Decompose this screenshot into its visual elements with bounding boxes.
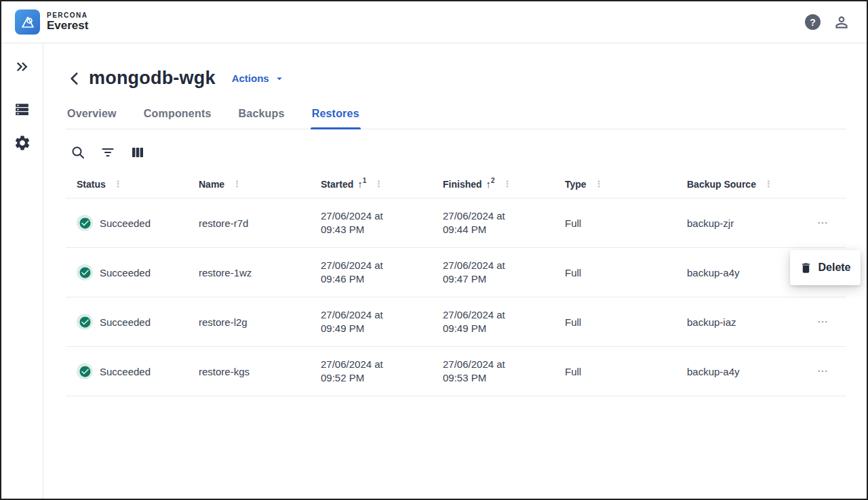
column-menu-icon[interactable]: ⋮ xyxy=(595,180,604,188)
finished-cell: 27/06/2024 at 09:47 PM xyxy=(432,259,532,287)
settings-icon[interactable] xyxy=(14,134,31,152)
tab-overview[interactable]: Overview xyxy=(66,101,118,129)
row-menu-icon[interactable] xyxy=(812,361,833,381)
status-label: Succeeded xyxy=(100,366,151,377)
actions-cell xyxy=(798,312,846,332)
tabs: Overview Components Backups Restores xyxy=(66,101,846,129)
sort-asc-icon: ↑2 xyxy=(486,179,495,189)
databases-icon[interactable] xyxy=(14,101,31,118)
backup-source-cell: backup-iaz xyxy=(676,316,798,328)
title-row: mongodb-wgk Actions xyxy=(66,68,846,89)
status-cell: Succeeded xyxy=(66,215,188,231)
started-cell: 27/06/2024 at 09:52 PM xyxy=(310,358,410,386)
restores-table: Status ⋮ Name ⋮ Started ↑1 ⋮ Finished ↑2… xyxy=(66,170,846,396)
type-cell: Full xyxy=(554,267,676,278)
column-header-name[interactable]: Name ⋮ xyxy=(188,179,310,190)
column-menu-icon[interactable]: ⋮ xyxy=(114,180,123,188)
context-menu: Delete xyxy=(790,250,861,285)
user-profile-icon[interactable] xyxy=(833,14,850,31)
status-label: Succeeded xyxy=(100,316,151,328)
delete-menu-item[interactable]: Delete xyxy=(800,262,850,274)
table-body: Succeeded restore-r7d 27/06/2024 at 09:4… xyxy=(66,199,846,396)
column-menu-icon[interactable]: ⋮ xyxy=(374,180,383,188)
column-header-type[interactable]: Type ⋮ xyxy=(554,179,676,190)
trash-icon xyxy=(800,262,812,274)
brand-everest: Everest xyxy=(47,20,88,33)
actions-cell xyxy=(798,213,846,233)
status-label: Succeeded xyxy=(100,217,151,229)
finished-cell: 27/06/2024 at 09:49 PM xyxy=(432,308,532,336)
actions-cell xyxy=(798,361,846,381)
column-menu-icon[interactable]: ⋮ xyxy=(503,180,512,188)
table-row: Succeeded restore-kgs 27/06/2024 at 09:5… xyxy=(66,347,846,396)
delete-menu-label: Delete xyxy=(818,262,850,274)
backup-source-cell: backup-a4y xyxy=(676,366,798,377)
search-icon[interactable] xyxy=(70,144,86,161)
row-menu-icon[interactable] xyxy=(812,312,833,332)
table-row: Succeeded restore-1wz 27/06/2024 at 09:4… xyxy=(66,248,846,297)
status-cell: Succeeded xyxy=(66,363,188,379)
finished-cell: 27/06/2024 at 09:44 PM xyxy=(432,209,532,237)
main-content: mongodb-wgk Actions Overview Components … xyxy=(43,43,867,500)
table-row: Succeeded restore-r7d 27/06/2024 at 09:4… xyxy=(66,199,846,248)
actions-button[interactable]: Actions xyxy=(232,72,285,85)
started-cell: 27/06/2024 at 09:49 PM xyxy=(310,308,410,336)
type-cell: Full xyxy=(554,217,676,229)
sidebar xyxy=(1,43,43,500)
column-header-started[interactable]: Started ↑1 ⋮ xyxy=(310,179,432,190)
type-cell: Full xyxy=(554,366,676,377)
type-cell: Full xyxy=(554,316,676,328)
column-header-finished[interactable]: Finished ↑2 ⋮ xyxy=(432,179,554,190)
sort-asc-icon: ↑1 xyxy=(357,179,366,189)
started-cell: 27/06/2024 at 09:46 PM xyxy=(310,259,410,287)
columns-icon[interactable] xyxy=(130,144,146,161)
status-cell: Succeeded xyxy=(66,314,188,330)
table-row: Succeeded restore-l2g 27/06/2024 at 09:4… xyxy=(66,297,846,347)
succeeded-check-icon xyxy=(77,363,93,379)
table-header-row: Status ⋮ Name ⋮ Started ↑1 ⋮ Finished ↑2… xyxy=(66,170,846,199)
app-bar: PERCONA Everest ? xyxy=(1,1,867,43)
finished-cell: 27/06/2024 at 09:53 PM xyxy=(432,358,532,386)
started-cell: 27/06/2024 at 09:43 PM xyxy=(310,209,410,237)
row-menu-icon[interactable] xyxy=(812,213,833,233)
column-header-status[interactable]: Status ⋮ xyxy=(66,179,188,190)
column-menu-icon[interactable]: ⋮ xyxy=(233,180,241,188)
name-cell: restore-r7d xyxy=(188,217,310,229)
name-cell: restore-1wz xyxy=(188,267,310,278)
brand-percona: PERCONA xyxy=(47,12,88,19)
succeeded-check-icon xyxy=(77,215,93,231)
help-icon[interactable]: ? xyxy=(805,14,821,30)
chevron-down-icon xyxy=(273,72,285,85)
succeeded-check-icon xyxy=(77,314,93,330)
column-header-backup-source[interactable]: Backup Source ⋮ xyxy=(676,179,798,190)
back-button[interactable] xyxy=(66,70,83,87)
status-label: Succeeded xyxy=(100,267,151,278)
name-cell: restore-kgs xyxy=(188,366,310,377)
backup-source-cell: backup-zjr xyxy=(676,217,798,229)
tab-components[interactable]: Components xyxy=(142,101,213,129)
backup-source-cell: backup-a4y xyxy=(676,267,798,278)
succeeded-check-icon xyxy=(77,264,93,280)
expand-sidebar-icon[interactable] xyxy=(14,58,31,75)
status-cell: Succeeded xyxy=(66,264,188,280)
table-toolbar xyxy=(66,144,846,161)
filter-icon[interactable] xyxy=(100,144,116,161)
column-menu-icon[interactable]: ⋮ xyxy=(764,180,773,188)
percona-everest-app: { "app_bar": { "brand_line1": "PERCONA",… xyxy=(0,0,868,500)
tab-restores[interactable]: Restores xyxy=(311,101,361,129)
page-title: mongodb-wgk xyxy=(89,68,216,89)
name-cell: restore-l2g xyxy=(188,316,310,328)
actions-label: Actions xyxy=(232,72,269,84)
percona-logo-icon xyxy=(15,9,40,35)
brand-text: PERCONA Everest xyxy=(47,12,88,33)
tab-backups[interactable]: Backups xyxy=(237,101,286,129)
